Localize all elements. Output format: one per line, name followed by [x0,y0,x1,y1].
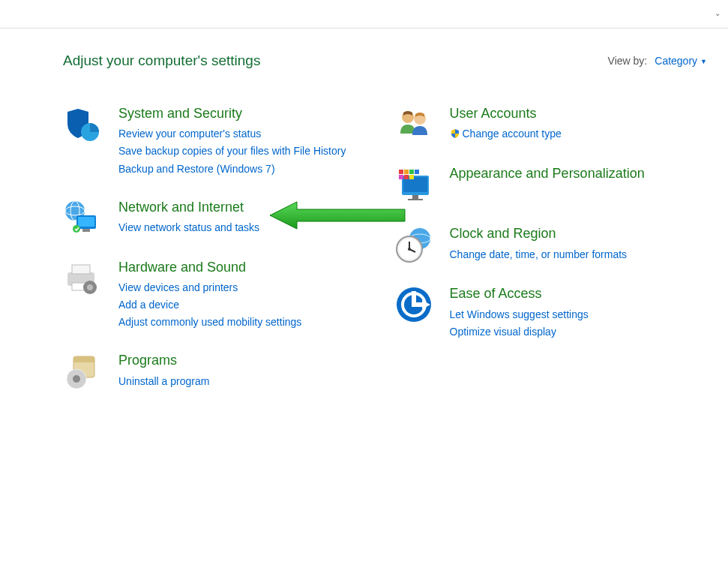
link-add-device[interactable]: Add a device [118,296,367,314]
svg-rect-30 [409,175,414,179]
clock-icon [394,225,433,264]
ease-of-access-icon [394,285,433,324]
top-divider: ⌄ [0,0,728,29]
viewby-dropdown[interactable]: Category ▼ [655,55,707,67]
svg-rect-6 [82,229,90,232]
svg-rect-29 [404,175,409,179]
network-icon [63,199,102,238]
caret-down-icon: ▼ [700,58,707,65]
svg-point-16 [73,375,80,383]
category-programs[interactable]: Programs [118,352,367,369]
category-system-security[interactable]: System and Security [118,105,367,122]
viewby-label: View by: [608,55,648,67]
svg-rect-14 [73,356,94,362]
link-date-time-formats[interactable]: Change date, time, or number formats [450,246,699,263]
svg-rect-27 [415,170,419,174]
category-clock-region[interactable]: Clock and Region [450,225,699,242]
link-windows-suggest[interactable]: Let Windows suggest settings [450,306,699,323]
svg-rect-26 [409,170,414,174]
programs-icon [63,352,102,391]
uac-shield-icon [450,127,460,144]
category-network-internet[interactable]: Network and Internet [118,199,367,216]
svg-point-7 [73,225,80,233]
svg-point-37 [408,248,411,251]
shield-icon [63,105,102,144]
link-devices-printers[interactable]: View devices and printers [118,279,367,296]
users-icon [394,105,433,144]
svg-rect-5 [78,217,94,227]
category-ease-of-access[interactable]: Ease of Access [450,285,699,302]
link-optimize-visual[interactable]: Optimize visual display [450,323,699,341]
svg-rect-28 [399,175,403,179]
page-title: Adjust your computer's settings [63,53,260,69]
link-change-account-type-text: Change account type [463,128,562,140]
viewby-value-text: Category [655,55,697,67]
link-uninstall[interactable]: Uninstall a program [118,373,367,390]
svg-rect-23 [408,199,423,200]
category-hardware-sound[interactable]: Hardware and Sound [118,259,367,276]
svg-rect-22 [412,195,418,199]
svg-rect-25 [404,170,409,174]
link-network-status[interactable]: View network status and tasks [118,219,367,236]
link-file-history[interactable]: Save backup copies of your files with Fi… [118,143,367,160]
link-change-account-type[interactable]: Change account type [450,125,699,144]
category-appearance[interactable]: Appearance and Personalization [450,165,699,182]
link-backup-restore[interactable]: Backup and Restore (Windows 7) [118,161,367,178]
printer-icon [63,259,102,298]
link-mobility-settings[interactable]: Adjust commonly used mobility settings [118,314,367,331]
viewby-selector: View by: Category ▼ [608,55,707,67]
link-review-status[interactable]: Review your computer's status [118,125,367,143]
category-user-accounts[interactable]: User Accounts [450,105,699,122]
svg-point-12 [87,284,93,290]
appearance-icon [394,165,433,204]
svg-rect-9 [72,265,90,274]
chevron-down-icon[interactable]: ⌄ [715,9,721,17]
svg-rect-24 [399,170,403,174]
